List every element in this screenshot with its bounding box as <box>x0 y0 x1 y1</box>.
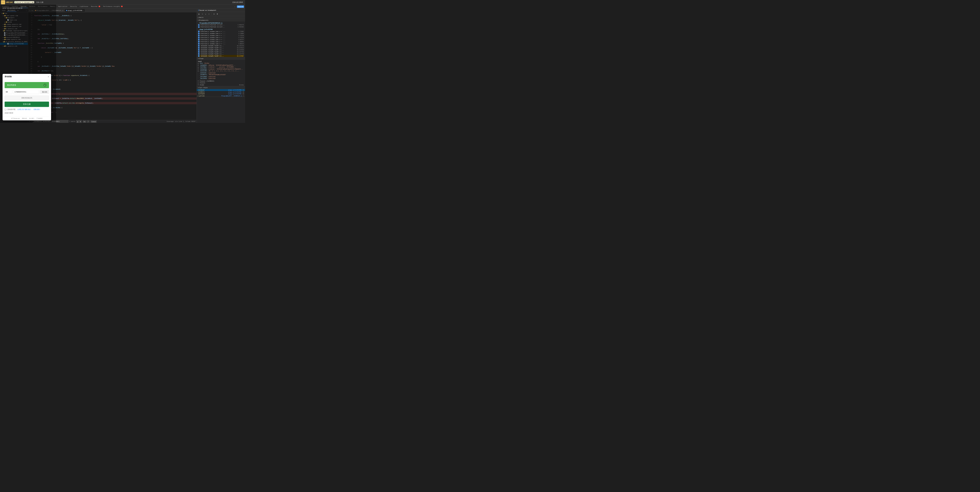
footer-link-about[interactable]: 关于Qunar.com <box>11 118 20 119</box>
call-stack-item-398212[interactable]: _0x398212 qlogj.js?t=472799: 16 <box>197 91 245 93</box>
scope-closure-1: ▶ Closure (_0x398212) <box>198 80 244 82</box>
bp-line-qlogj-12: 16:147770 <box>237 53 244 55</box>
bp-check-qlogj-9[interactable] <box>198 47 200 49</box>
scope-header[interactable]: ▼ Scope <box>197 57 245 60</box>
stop-icon[interactable]: ⏹ <box>32 2 33 3</box>
verify-check-icon: ✓ <box>43 83 46 87</box>
file-tab-close-qlogj[interactable]: × <box>83 10 83 11</box>
bp-item-qlogj-2: (function(){ window.june_v = '... 1:7300… <box>198 32 244 35</box>
verify-send-btn[interactable]: 验证码发送 ✓ <box>5 82 49 88</box>
bp-check-pclogin-2[interactable] <box>198 26 200 28</box>
login-link[interactable]: 登录/注册 <box>35 1 45 4</box>
scope-expand-closure-1[interactable]: ▶ <box>198 80 199 81</box>
match-case-btn[interactable]: Aa <box>83 120 86 123</box>
bp-check-qlogj-1[interactable] <box>198 31 200 32</box>
step-out-btn[interactable]: ↑ <box>208 13 211 15</box>
scope-item-this: ▶ this : Window <box>198 62 244 64</box>
bp-file-qlogj: ✓ qlogj.js?t=472799 <box>198 29 244 31</box>
call-stack-section: ▼ Call Stack _0x14dcbf qlogj.js?t=472799… <box>197 86 245 97</box>
terms-checkbox[interactable] <box>5 109 6 110</box>
accessibility-btn[interactable]: 适老化及无障碍 <box>231 1 244 4</box>
cs-fn-14dcbf: _0x14dcbf <box>198 89 205 91</box>
scope-expand-global[interactable]: ▶ <box>198 84 199 85</box>
scope-content: Local ▶ this : Window ▶ _0x4dd553 : {bPa… <box>197 60 245 86</box>
pause-on-exception-btn[interactable]: ⏸ <box>216 13 219 15</box>
watch-header[interactable]: ▶ Watch <box>197 16 245 19</box>
scope-label: Scope <box>199 58 204 59</box>
step-over-btn[interactable]: ↷ <box>201 13 204 15</box>
terms-prefix: 已阅读并同意 <box>7 109 16 111</box>
scope-expand-4dd553[interactable]: ▶ <box>198 64 199 65</box>
deactivate-bp-btn[interactable]: ⊘ <box>213 13 215 15</box>
tab-recorder[interactable]: Recorder 🔴 <box>90 5 102 8</box>
scope-expand-4fb8ac[interactable]: ▶ <box>198 67 199 68</box>
call-stack-item-14dcbf[interactable]: _0x14dcbf qlogj.js?t=472799: 16 <box>197 89 245 91</box>
terms-link-2[interactable]: 《隐私政策》 <box>32 109 41 111</box>
scope-expand-5ad2bb[interactable]: ▶ <box>198 68 199 70</box>
scope-key-closure-1: Closure (_0x398212) <box>200 80 215 82</box>
scope-expand-this[interactable]: ▶ <box>198 62 199 64</box>
bp-fn-qlogj-10: _0x53e5d5[_0x5a69('0x284')][... <box>200 49 224 51</box>
code-line-1: function(_0x375f7e, _0x3e41d2, __0x5b50c… <box>34 14 197 17</box>
logo-icon: ✈ <box>1 0 5 4</box>
modal-close-btn[interactable]: × <box>48 75 49 78</box>
more-tabs-btn[interactable]: ⋮ <box>234 5 236 8</box>
phone-input[interactable] <box>13 90 39 94</box>
scope-key-c21476: _0xc21476 <box>200 78 207 80</box>
modal-body: 验证码发送 ✓ 重新获取 获取语音验证码 登录/注册 已阅读并同意 《去哪儿用户… <box>3 80 51 117</box>
code-line-13: var _0x1f4ec3 = {}; <box>34 70 197 72</box>
terms-link-1[interactable]: 《去哪儿用户服务协议》 <box>16 109 32 111</box>
bp-check-qlogj-13[interactable] <box>198 55 200 57</box>
tab-lighthouse[interactable]: Lighthouse <box>78 5 89 8</box>
bp-item-qlogj-5: (function(){ window.june_v = '... 1:8727… <box>198 38 244 41</box>
scope-arrow: ▼ <box>198 58 199 59</box>
bp-check-qlogj-12[interactable] <box>198 53 200 55</box>
country-code-input[interactable] <box>5 90 12 94</box>
match-word-btn[interactable]: .* <box>87 120 90 123</box>
call-stack-item-47bb39[interactable]: _0x47bb39 qlogj.js?t=472799: 16 <box>197 93 245 95</box>
bp-line-qlogj-6: 1:88001 <box>239 41 244 42</box>
bp-check-qlogj-6[interactable] <box>198 41 200 42</box>
bp-check-qlogj-5[interactable] <box>198 39 200 40</box>
search-prev-btn[interactable]: ▲ <box>76 120 79 123</box>
bp-check-qlogj-7[interactable] <box>198 43 200 45</box>
login-register-btn[interactable]: 登录/注册 <box>5 102 49 107</box>
code-content[interactable]: function(_0x375f7e, _0x3e41d2, __0x5b50c… <box>33 12 197 120</box>
breakpoints-header[interactable]: ▼ Breakpoints <box>197 19 245 22</box>
code-line-21: } catch (_0x23b23b) { <box>34 107 197 109</box>
file-tab-qlogj[interactable]: qlogj.js?t=472799 × <box>65 9 85 12</box>
bp-check-qlogj-11[interactable] <box>198 51 200 53</box>
call-stack-item-getcode[interactable]: n.getCode PCLogin@6ac20ff...015894124.js… <box>197 95 245 97</box>
bp-check-qlogj-3[interactable] <box>198 35 200 36</box>
file-tab-label-qlogj: qlogj.js?t=472799 <box>68 10 82 11</box>
upload-btn[interactable]: 挑战上传 <box>237 5 244 8</box>
file-tab-icon-qlogj <box>66 10 67 11</box>
search-next-btn[interactable]: ▼ <box>79 120 82 123</box>
step-into-btn[interactable]: ↓ <box>204 13 207 15</box>
scope-expand-closure-2[interactable]: ▶ <box>198 82 199 83</box>
resume-btn[interactable]: ▶ <box>198 13 200 15</box>
bp-check-qlogj-4[interactable] <box>198 37 200 38</box>
bp-check-qlogj-8[interactable] <box>198 45 200 46</box>
bp-fn-qlogj-5: (function(){ window.june_v = '... <box>200 39 226 40</box>
scope-key-this: this <box>200 62 203 64</box>
play-icon[interactable]: ▶ <box>31 2 32 3</box>
code-line-17: if (!_0x1a0dc6) <box>34 88 197 91</box>
call-stack-header[interactable]: ▼ Call Stack <box>197 86 245 89</box>
bp-check-qlogj-2[interactable] <box>198 33 200 34</box>
bp-check-pclogin-1[interactable] <box>198 24 200 26</box>
tab-security[interactable]: Security <box>69 5 78 8</box>
tab-application[interactable]: Application <box>57 5 68 8</box>
footer-link-ad[interactable]: 广告直通车 <box>36 118 43 119</box>
scope-expand-15c356[interactable]: ▶ <box>198 70 199 72</box>
voice-verify-btn[interactable]: 获取语音验证码 <box>5 96 49 100</box>
tab-performance-insights[interactable]: Performance insights 🔴 <box>102 5 124 8</box>
footer-link-biz[interactable]: 商务合作 <box>22 118 27 119</box>
bp-check-qlogj-10[interactable] <box>198 49 200 51</box>
code-line-12: var _0x435e69 = _0x3d2f3a[_0x5a69('0x8a'… <box>34 65 197 67</box>
search-cancel-btn[interactable]: Cancel <box>91 120 97 123</box>
refresh-code-btn[interactable]: 重新获取 <box>40 90 49 94</box>
call-stack-arrow: ▼ <box>198 87 199 88</box>
footer-link-join[interactable]: 加入我们 <box>29 118 34 119</box>
bp-line-qlogj-9: 16:147614 <box>237 47 244 49</box>
